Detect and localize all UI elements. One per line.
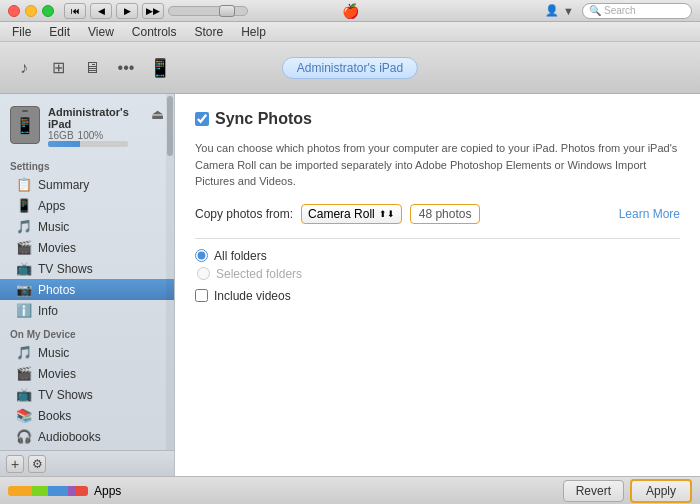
copy-photos-row: Copy photos from: Camera Roll ⬆⬇ 48 phot…	[195, 204, 680, 224]
include-videos-checkbox[interactable]	[195, 289, 208, 302]
music-icon: 🎵	[16, 219, 32, 234]
tvshows-icon: 📺	[16, 261, 32, 276]
skip-back-button[interactable]: ⏮	[64, 3, 86, 19]
device-header: 📱 Administrator's iPad 16GB 100% ⏏	[0, 100, 174, 153]
dots-icon[interactable]: •••	[112, 54, 140, 82]
account-icon: 👤	[545, 4, 559, 17]
capacity-pct: 100%	[78, 130, 104, 141]
menu-view[interactable]: View	[80, 24, 122, 40]
device-capacity-area: 16GB 100%	[48, 130, 143, 141]
progress-thumb[interactable]	[219, 5, 235, 17]
music-device-icon: 🎵	[16, 345, 32, 360]
books-icon: 📚	[16, 408, 32, 423]
sidebar-item-photos[interactable]: 📷 Photos	[0, 279, 174, 300]
menu-edit[interactable]: Edit	[41, 24, 78, 40]
sidebar-scrollbar[interactable]	[166, 94, 174, 476]
menu-file[interactable]: File	[4, 24, 39, 40]
color-seg-1	[32, 486, 48, 496]
color-seg-2	[48, 486, 68, 496]
folder-options: All folders Selected folders	[195, 249, 680, 281]
color-seg-3	[68, 486, 76, 496]
sidebar-item-tvshows[interactable]: 📺 TV Shows	[0, 258, 174, 279]
summary-icon: 📋	[16, 177, 32, 192]
maximize-button[interactable]	[42, 5, 54, 17]
sidebar-item-music-device[interactable]: 🎵 Music	[0, 342, 174, 363]
grid-icon[interactable]: ⊞	[44, 54, 72, 82]
gear-button[interactable]: ⚙	[28, 455, 46, 473]
radio-all-folders[interactable]: All folders	[195, 249, 680, 263]
include-videos-row[interactable]: Include videos	[195, 289, 680, 303]
radio-all-input[interactable]	[195, 249, 208, 262]
device-thumbnail: 📱	[10, 106, 40, 144]
source-select[interactable]: Camera Roll ⬆⬇	[301, 204, 402, 224]
photos-icon: 📷	[16, 282, 32, 297]
sidebar-item-label-apps: Apps	[38, 199, 65, 213]
apple-logo-icon: 🍎	[342, 3, 359, 19]
forward-button[interactable]: ▶▶	[142, 3, 164, 19]
sidebar-item-movies[interactable]: 🎬 Movies	[0, 237, 174, 258]
window-controls[interactable]	[8, 5, 54, 17]
sidebar-item-summary[interactable]: 📋 Summary	[0, 174, 174, 195]
include-videos-label: Include videos	[214, 289, 291, 303]
add-button[interactable]: +	[6, 455, 24, 473]
search-icon: 🔍	[589, 5, 601, 16]
play-button[interactable]: ▶	[116, 3, 138, 19]
screen-icon[interactable]: 🖥	[78, 54, 106, 82]
device-name-label: Administrator's iPad	[48, 106, 143, 130]
sidebar-item-label-info: Info	[38, 304, 58, 318]
sidebar-item-info[interactable]: ℹ️ Info	[0, 300, 174, 321]
audiobooks-icon: 🎧	[16, 429, 32, 444]
sidebar-item-audiobooks[interactable]: 🎧 Audiobooks	[0, 426, 174, 447]
menu-bar: File Edit View Controls Store Help	[0, 22, 700, 42]
photos-count: 48 photos	[410, 204, 481, 224]
apply-button[interactable]: Apply	[630, 479, 692, 503]
sync-checkbox[interactable]	[195, 112, 209, 126]
progress-track[interactable]	[168, 6, 248, 16]
back-button[interactable]: ◀	[90, 3, 112, 19]
account-area[interactable]: 👤 ▼	[545, 4, 574, 17]
color-seg-4	[76, 486, 88, 496]
sidebar-item-tvshows-device[interactable]: 📺 TV Shows	[0, 384, 174, 405]
content-area: Sync Photos You can choose which photos …	[175, 94, 700, 476]
radio-selected-input[interactable]	[197, 267, 210, 280]
status-app-label: Apps	[94, 484, 121, 498]
menu-controls[interactable]: Controls	[124, 24, 185, 40]
apps-icon: 📱	[16, 198, 32, 213]
revert-button[interactable]: Revert	[563, 480, 624, 502]
sidebar-item-movies-device[interactable]: 🎬 Movies	[0, 363, 174, 384]
sidebar-item-label-music-device: Music	[38, 346, 69, 360]
menu-store[interactable]: Store	[187, 24, 232, 40]
search-placeholder: Search	[604, 5, 636, 16]
minimize-button[interactable]	[25, 5, 37, 17]
toolbar: ♪ ⊞ 🖥 ••• 📱 Administrator's iPad	[0, 42, 700, 94]
learn-more-link[interactable]: Learn More	[619, 207, 680, 221]
eject-button[interactable]: ⏏	[151, 106, 164, 122]
capacity-fill	[48, 141, 80, 147]
menu-help[interactable]: Help	[233, 24, 274, 40]
device-icon[interactable]: 📱	[146, 54, 174, 82]
device-capacity-value: 16GB	[48, 130, 74, 141]
device-badge[interactable]: Administrator's iPad	[282, 57, 418, 79]
sidebar-item-books[interactable]: 📚 Books	[0, 405, 174, 426]
scrollbar-thumb[interactable]	[167, 96, 173, 156]
close-button[interactable]	[8, 5, 20, 17]
divider	[195, 238, 680, 239]
movies-device-icon: 🎬	[16, 366, 32, 381]
info-icon: ℹ️	[16, 303, 32, 318]
account-chevron-icon: ▼	[563, 5, 574, 17]
sidebar-item-music[interactable]: 🎵 Music	[0, 216, 174, 237]
storage-color-bar	[8, 486, 88, 496]
sidebar-item-apps[interactable]: 📱 Apps	[0, 195, 174, 216]
search-box[interactable]: 🔍 Search	[582, 3, 692, 19]
sidebar-item-label-tvshows: TV Shows	[38, 262, 93, 276]
sidebar-item-label-photos: Photos	[38, 283, 75, 297]
ipad-icon: 📱	[15, 116, 35, 135]
sidebar-item-label-movies: Movies	[38, 241, 76, 255]
main-layout: 📱 Administrator's iPad 16GB 100% ⏏ Setti…	[0, 94, 700, 476]
music-icon[interactable]: ♪	[10, 54, 38, 82]
on-my-device-label: On My Device	[0, 321, 174, 342]
description-text: You can choose which photos from your co…	[195, 140, 680, 190]
status-bar: Apps Revert Apply	[0, 476, 700, 504]
radio-selected-folders[interactable]: Selected folders	[195, 267, 680, 281]
playback-controls: ⏮ ◀ ▶ ▶▶	[64, 3, 248, 19]
